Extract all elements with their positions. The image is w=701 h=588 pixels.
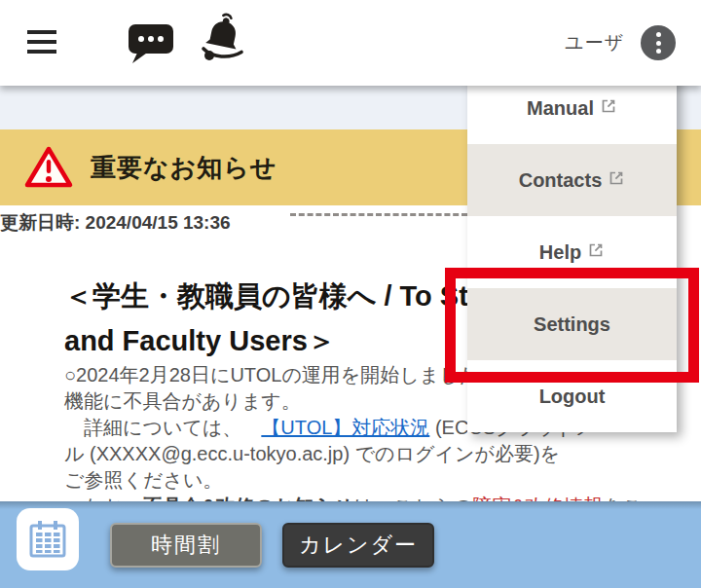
menu-item-settings[interactable]: Settings: [467, 288, 677, 360]
warning-triangle-icon: [23, 144, 74, 191]
timetable-button[interactable]: 時間割: [110, 523, 262, 568]
utol-status-link[interactable]: 【UTOL】対応状況: [261, 417, 429, 438]
menu-item-logout-label: Logout: [539, 386, 606, 408]
notice-line-4: ル (XXXXX@g.ecc.u-tokyo.ac.jp) でのログインが必要)…: [64, 441, 560, 467]
dotted-divider: [290, 213, 467, 216]
external-link-icon: [587, 241, 605, 259]
bottom-toolbar: 時間割 カレンダー: [0, 501, 701, 588]
kebab-menu-button[interactable]: [641, 25, 676, 60]
notice-line-3-prefix: 詳細については、: [64, 417, 261, 438]
menu-item-logout[interactable]: Logout: [467, 360, 677, 432]
menu-item-settings-label: Settings: [534, 313, 610, 336]
notifications-bell-icon[interactable]: [195, 13, 251, 69]
menu-item-help-label: Help: [539, 241, 581, 264]
calendar-grid-icon: [28, 519, 67, 560]
menu-item-contacts-label: Contacts: [519, 169, 603, 192]
hamburger-menu-icon[interactable]: [27, 30, 56, 55]
user-dropdown-menu: Manual Contacts Help Settings Logout: [467, 72, 677, 432]
user-menu-area: ユーザ: [565, 0, 676, 86]
messages-icon[interactable]: [128, 23, 176, 68]
external-link-icon: [600, 97, 617, 115]
important-notice-title: 重要なお知らせ: [91, 151, 277, 185]
utol-mobile-screen: 重要なお知らせ 更新日時: 2024/04/15 13:36 ＜学生・教職員の皆…: [0, 0, 701, 588]
calendar-tile-button[interactable]: [17, 508, 79, 570]
notice-line-2: 機能に不具合があります。: [64, 388, 301, 415]
calendar-button-label: カレンダー: [299, 531, 418, 560]
calendar-button[interactable]: カレンダー: [282, 523, 434, 568]
top-app-bar: ユーザ: [0, 0, 701, 86]
menu-item-manual-label: Manual: [527, 97, 594, 120]
updated-timestamp: 更新日時: 2024/04/15 13:36: [0, 210, 231, 236]
user-label: ユーザ: [565, 30, 624, 55]
external-link-icon: [608, 169, 625, 187]
timetable-button-label: 時間割: [151, 531, 221, 560]
menu-item-help[interactable]: Help: [467, 216, 677, 288]
menu-item-contacts[interactable]: Contacts: [467, 144, 677, 216]
notice-line-5: ご参照ください。: [64, 467, 222, 494]
